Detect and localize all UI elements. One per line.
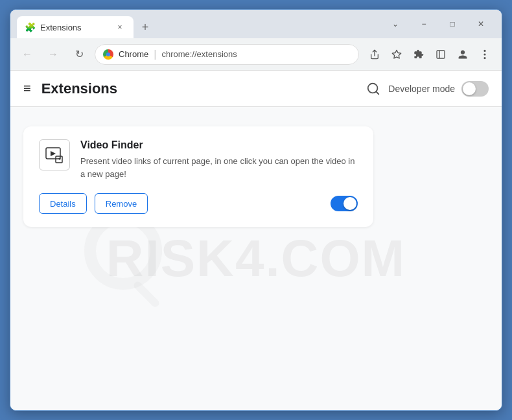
profile-button[interactable] [452,44,473,65]
title-bar: 🧩 Extensions × + ⌄ − □ ✕ [10,10,502,38]
new-tab-button[interactable]: + [136,18,154,36]
sidebar-menu-icon[interactable]: ≡ [23,81,31,96]
card-bottom: Details Remove [39,193,358,214]
bookmark-button[interactable] [386,44,407,65]
extension-card: Video Finder Present video links of curr… [23,126,373,227]
search-icon[interactable] [366,82,380,96]
extension-name: Video Finder [80,139,358,151]
svg-point-4 [483,49,485,51]
chevron-down-button[interactable]: ⌄ [381,15,410,33]
toggle-knob [463,82,476,95]
svg-rect-2 [437,51,445,58]
back-button[interactable]: ← [17,44,38,65]
address-url: chrome://extensions [161,49,237,59]
address-divider: | [154,49,156,60]
menu-button[interactable] [474,44,495,65]
extensions-main: RISK4.COM Video Finder [10,107,502,410]
site-name: Chrome [119,49,148,59]
video-finder-icon [44,145,65,165]
svg-line-8 [377,91,379,94]
page-content: ≡ Extensions Developer mode RISK4.COM [10,71,502,410]
maximize-button[interactable]: □ [438,15,467,33]
toolbar-icons [364,44,495,65]
minimize-button[interactable]: − [410,15,438,33]
svg-marker-10 [51,151,56,156]
extension-toggle-knob [343,197,356,210]
extension-info: Video Finder Present video links of curr… [80,139,358,180]
share-button[interactable] [364,44,385,65]
tab-title: Extensions [40,23,109,32]
sidebar-button[interactable] [430,44,451,65]
address-bar[interactable]: Chrome | chrome://extensions [95,44,359,65]
developer-mode-toggle[interactable] [461,81,489,97]
extension-icon [39,139,70,170]
extensions-header: ≡ Extensions Developer mode [10,71,502,107]
extension-description: Present video links of current page, in … [80,155,358,180]
tab-favicon: 🧩 [25,22,35,32]
svg-marker-1 [392,50,401,58]
remove-button[interactable]: Remove [95,193,148,214]
browser-window: 🧩 Extensions × + ⌄ − □ ✕ ← → ↻ Chrome | … [10,9,502,411]
svg-rect-11 [56,156,62,163]
card-top: Video Finder Present video links of curr… [39,139,358,180]
watermark-text: RISK4.COM [106,229,406,288]
extensions-button[interactable] [408,44,429,65]
chrome-logo-icon [103,49,113,60]
window-controls: ⌄ − □ ✕ [381,15,495,33]
extension-toggle[interactable] [331,196,358,211]
svg-point-6 [483,57,485,59]
reload-button[interactable]: ↻ [69,44,89,65]
tab-close-button[interactable]: × [114,21,126,33]
svg-point-5 [483,53,485,55]
toolbar: ← → ↻ Chrome | chrome://extensions [10,38,502,71]
dev-mode-label: Developer mode [388,84,455,94]
forward-button[interactable]: → [43,44,64,65]
details-button[interactable]: Details [39,193,87,214]
close-button[interactable]: ✕ [467,15,495,33]
page-title: Extensions [41,80,367,97]
active-tab[interactable]: 🧩 Extensions × [17,16,134,38]
